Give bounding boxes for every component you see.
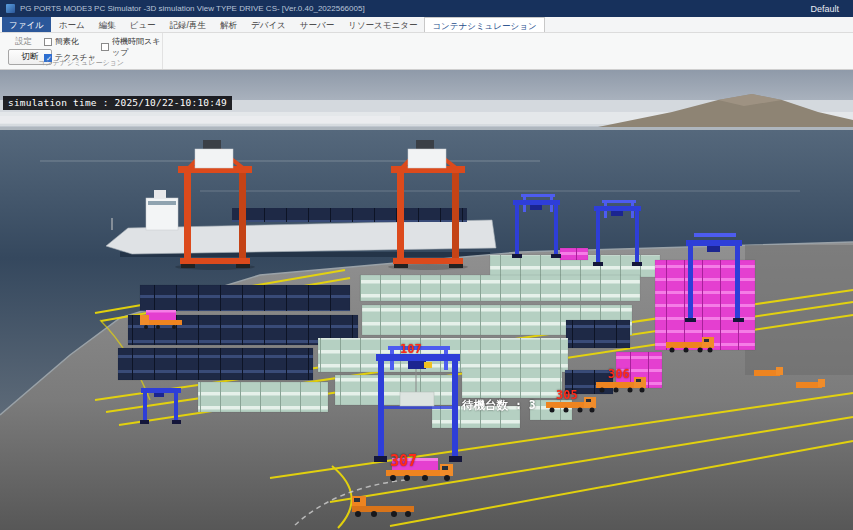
tab-server[interactable]: サーバー xyxy=(293,17,341,32)
truck-id-label-305: 305 xyxy=(556,388,578,402)
container-stack-pink-small-back xyxy=(560,248,588,260)
simulation-time-overlay: simulation time : 2025/10/22-10:10:49 xyxy=(3,96,232,110)
container-stack-mint-front-3 xyxy=(462,368,562,398)
tab-analysis[interactable]: 解析 xyxy=(213,17,244,32)
tab-file[interactable]: ファイル xyxy=(2,17,51,32)
profile-selector[interactable]: Default xyxy=(810,4,847,14)
container-stack-navy-front-left xyxy=(118,348,313,380)
checkbox-simplify[interactable]: 簡素化 xyxy=(44,36,79,47)
tab-container-simulation[interactable]: コンテナシミュレーション xyxy=(424,17,544,32)
container-stack-navy-midright xyxy=(566,320,630,348)
settings-label: 設定 xyxy=(15,36,32,48)
skip-wait-checkbox-box[interactable] xyxy=(101,43,109,51)
tab-home[interactable]: ホーム xyxy=(52,17,92,32)
simplify-checkbox-box[interactable] xyxy=(44,38,52,46)
container-stack-mint-front-2 xyxy=(335,375,455,405)
container-stack-mint-front-1 xyxy=(198,382,328,412)
container-stack-mint-mid xyxy=(360,275,640,301)
checkbox-skip-wait-time[interactable]: 待機時間スキップ xyxy=(101,36,162,58)
app-icon xyxy=(6,4,15,13)
ribbon-tabbar: ファイル ホーム 編集 ビュー 記録/再生 解析 デバイス サーバー リソースモ… xyxy=(0,17,853,33)
ribbon-group-container-simulation: 設定 切断 簡素化 待機時間スキップ テクスチャ コンテナシミュレーション xyxy=(0,33,163,69)
window-titlebar: PG PORTS MODE3 PC Simulator -3D simulati… xyxy=(0,0,853,17)
tab-record-play[interactable]: 記録/再生 xyxy=(163,17,213,32)
tab-edit[interactable]: 編集 xyxy=(92,17,123,32)
waiting-count-overlay: 待機台数 : 3 xyxy=(462,398,536,413)
container-stack-navy-back-left xyxy=(140,285,350,311)
truck-id-label-306: 306 xyxy=(608,367,630,381)
terminal-3d-scene xyxy=(0,70,853,530)
ribbon-group-label: コンテナシミュレーション xyxy=(0,58,162,68)
skip-wait-checkbox-label: 待機時間スキップ xyxy=(112,36,162,58)
ribbon-panel: 設定 切断 簡素化 待機時間スキップ テクスチャ コンテナシミュレーション xyxy=(0,33,853,70)
rtg-id-label-107: 107 xyxy=(400,342,422,356)
simplify-checkbox-label: 簡素化 xyxy=(55,36,79,47)
tab-device[interactable]: デバイス xyxy=(244,17,293,32)
tab-view[interactable]: ビュー xyxy=(123,17,163,32)
simulation-viewport[interactable]: simulation time : 2025/10/22-10:10:49 10… xyxy=(0,70,853,530)
tab-resource-monitor[interactable]: リソースモニター xyxy=(341,17,424,32)
window-title: PG PORTS MODE3 PC Simulator -3D simulati… xyxy=(20,4,365,13)
truck-id-label-307: 307 xyxy=(390,452,417,470)
